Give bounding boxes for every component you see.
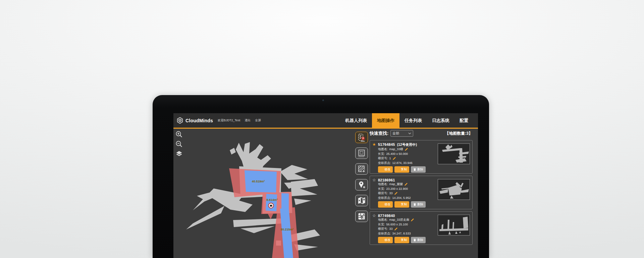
delete-map-button[interactable]: 删除 <box>411 166 426 173</box>
edit-pencil-icon[interactable] <box>411 218 414 222</box>
quick-find-label: 快速查找: <box>370 130 388 136</box>
floor-value: 1 <box>389 156 391 161</box>
tab-log-system[interactable]: 日志系统 <box>427 113 454 128</box>
add-point-icon <box>357 180 366 189</box>
delete-map-button[interactable]: 删除 <box>411 237 426 243</box>
in-use-tag: (12号使用中) <box>397 143 417 146</box>
map-toolbar <box>355 132 368 222</box>
brand-name: CloudMinds <box>185 118 213 123</box>
chevron-down-icon <box>408 132 411 134</box>
edit-pencil-icon[interactable] <box>394 227 398 231</box>
map-name-value: map_33层走廊 <box>389 218 410 222</box>
quick-find-bar: 快速查找: 全部 【地图数量:3】 <box>370 130 473 137</box>
laptop-frame: CloudMinds 欢迎BJDT2_Test 退出 全屏 机器人列表 地图操作… <box>153 95 489 258</box>
tab-map-operation[interactable]: 地图操作 <box>372 113 399 128</box>
map-list-panel: 快速查找: 全部 【地图数量:3】 ★ 51764845 (12号使用中) <box>370 130 473 245</box>
add-virtual-wall-icon <box>357 165 366 173</box>
cube-hexagon-icon <box>176 117 183 124</box>
area-label: 40.519m² <box>252 180 265 183</box>
filter-selected-value: 全部 <box>392 131 408 136</box>
map-card: ☆ 82186961 地图名:map_腿腿 长宽:23.200 x 22.900… <box>370 176 473 209</box>
edit-pencil-icon[interactable] <box>394 191 398 195</box>
map-marker-icon <box>357 196 366 205</box>
map-thumbnail[interactable] <box>438 143 470 164</box>
edit-map-button[interactable]: 修改 <box>378 166 393 173</box>
edit-pencil-icon[interactable] <box>405 147 408 151</box>
trash-icon <box>413 239 416 242</box>
map-card: ☆ 87749840 地图名:map_33层走廊 长宽:56.600 x 25.… <box>370 211 473 245</box>
toolbtn-add-point[interactable] <box>355 179 368 190</box>
map-size-value: 25.400 x 50.000 <box>386 152 408 157</box>
copy-map-button[interactable]: 复制 <box>394 201 409 208</box>
edit-map-button[interactable]: 修改 <box>378 201 393 208</box>
welcome-text: 欢迎BJDT2_Test <box>218 118 240 123</box>
map-obstacles <box>186 142 320 251</box>
favorite-star-icon[interactable]: ★ <box>372 142 376 147</box>
origin-value: 14.204, 5.952 <box>392 196 411 201</box>
map-card: ★ 51764845 (12号使用中) 地图名:map_33楼 长宽:25.40… <box>370 140 473 174</box>
origin-value: 12.874, 33.946 <box>392 161 413 166</box>
tab-robot-list[interactable]: 机器人列表 <box>340 113 372 128</box>
map-filter-dropdown[interactable]: 全部 <box>390 130 413 137</box>
brand-logo: CloudMinds <box>173 113 213 128</box>
map-thumbnail-image <box>438 144 470 164</box>
map-name-value: map_33楼 <box>389 147 404 152</box>
user-area: 欢迎BJDT2_Test 退出 全屏 <box>218 113 261 128</box>
tab-task-list[interactable]: 任务列表 <box>399 113 427 128</box>
edit-pencil-icon[interactable] <box>392 157 396 160</box>
map-name-value: map_腿腿 <box>389 182 403 187</box>
origin-value: 34.247, 8.533 <box>392 231 411 236</box>
patrol-points-icon <box>357 133 366 142</box>
fullscreen-link[interactable]: 全屏 <box>255 118 261 123</box>
delete-map-button[interactable]: 删除 <box>411 201 426 208</box>
toolbtn-measure-area[interactable] <box>355 147 368 159</box>
tab-config[interactable]: 配置 <box>454 113 473 128</box>
copy-map-button[interactable]: 复制 <box>394 237 409 243</box>
map-size-value: 23.200 x 22.900 <box>386 187 408 191</box>
toolbtn-patrol-points[interactable] <box>355 132 368 143</box>
measure-area-icon <box>357 149 366 158</box>
upload-map-icon <box>357 212 366 221</box>
map-thumbnail-image <box>438 179 470 200</box>
favorite-star-icon[interactable]: ☆ <box>372 178 376 182</box>
main-nav: 机器人列表 地图操作 任务列表 日志系统 配置 <box>340 113 478 128</box>
toolbtn-upload-map[interactable] <box>355 211 368 222</box>
map-size-value: 56.600 x 25.100 <box>386 222 408 227</box>
robot-position-marker <box>268 203 274 209</box>
app-screen: CloudMinds 欢迎BJDT2_Test 退出 全屏 机器人列表 地图操作… <box>173 113 478 258</box>
robot-icon <box>270 204 273 207</box>
edit-map-button[interactable]: 修改 <box>378 237 393 243</box>
favorite-star-icon[interactable]: ☆ <box>372 213 376 218</box>
map-canvas[interactable]: 40.519m² 8.614m² 80.215m² <box>173 129 352 258</box>
map-thumbnail-image <box>438 215 470 235</box>
area-label: 8.614m² <box>266 198 278 202</box>
edit-pencil-icon[interactable] <box>404 182 408 186</box>
trash-icon <box>413 203 416 206</box>
floor-value: 33 <box>389 227 393 231</box>
header: CloudMinds 欢迎BJDT2_Test 退出 全屏 机器人列表 地图操作… <box>173 113 478 129</box>
map-thumbnail[interactable] <box>438 215 470 235</box>
floor-value: 33 <box>389 191 393 196</box>
copy-map-button[interactable]: 复制 <box>394 166 409 173</box>
toolbtn-map-marker[interactable] <box>355 195 368 206</box>
toolbtn-add-virtual-wall[interactable] <box>355 163 368 175</box>
map-card-list: ★ 51764845 (12号使用中) 地图名:map_33楼 长宽:25.40… <box>370 140 473 245</box>
trash-icon <box>413 168 416 171</box>
webcam-icon <box>322 99 324 101</box>
logout-link[interactable]: 退出 <box>245 118 251 123</box>
map-thumbnail[interactable] <box>438 179 470 200</box>
map-count-label: 【地图数量:3】 <box>445 131 473 136</box>
area-label: 80.215m² <box>281 228 294 231</box>
